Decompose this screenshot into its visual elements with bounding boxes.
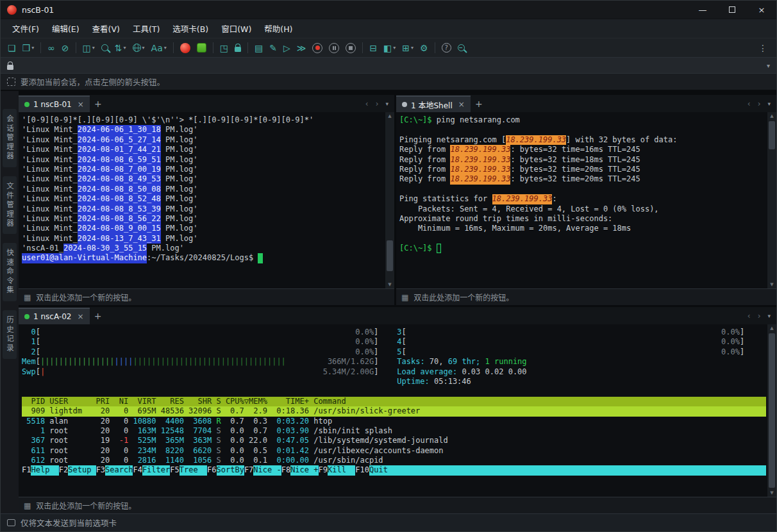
- reconnect-icon[interactable]: ∞: [44, 40, 58, 56]
- quick-button-bar[interactable]: ▦ 双击此处添加一个新的按钮。: [19, 497, 776, 513]
- toolbar-separator: [173, 42, 174, 53]
- new-tab-button[interactable]: +: [90, 308, 106, 324]
- tab-nav: ‹ › ▾: [748, 95, 776, 112]
- terminal-line: Minimum = 16ms, Maximum = 20ms, Average …: [399, 224, 766, 233]
- tab-list-icon[interactable]: ▾: [767, 101, 771, 107]
- highlight-pen-icon[interactable]: ✎: [266, 40, 280, 56]
- zoom-icon[interactable]: [455, 40, 468, 56]
- new-tab-button[interactable]: +: [90, 96, 106, 112]
- scrollbar-thumb[interactable]: [769, 121, 775, 149]
- terminal-nscA-02-htop[interactable]: 0[ 0.0%] 3[ 0.0%] 1[: [19, 324, 767, 497]
- tab-nav: ‹ › ▾: [365, 95, 394, 112]
- tab-scroll-right-icon[interactable]: ›: [758, 312, 761, 320]
- tab-close-icon[interactable]: ×: [77, 312, 83, 321]
- sidebar-tab[interactable]: 快速命令集: [3, 243, 17, 301]
- scrollbar-thumb[interactable]: [769, 333, 775, 488]
- menu-item[interactable]: 工具(T): [126, 19, 166, 38]
- toolbar-overflow-icon[interactable]: ⋮: [753, 43, 773, 53]
- split-pane-icon[interactable]: ◧▾: [380, 40, 399, 56]
- pause-icon[interactable]: [326, 40, 342, 56]
- sidebar-tab[interactable]: 会话管理器: [3, 109, 17, 167]
- pane-local-shell: 1 本地Shell × + ‹ › ▾ [C:\~]$ ping netsara…: [396, 95, 776, 305]
- quickbar-expand-icon[interactable]: ▾: [767, 62, 770, 69]
- tab-nscB-01[interactable]: 1 nscB-01 ×: [19, 96, 90, 112]
- scroll-up-icon[interactable]: ▲: [388, 113, 391, 119]
- session-connected-icon: [24, 314, 29, 319]
- right-scrollbar[interactable]: ▲ ▼: [767, 112, 776, 288]
- add-session-icon[interactable]: [7, 78, 15, 86]
- tab-scroll-right-icon[interactable]: ›: [376, 99, 379, 108]
- sidebar-tab[interactable]: 文件管理器: [3, 176, 17, 235]
- top-pane-row: 1 nscB-01 × + ‹ › ▾ '[0-9][0-9]*[.][0-9]…: [19, 95, 776, 305]
- bottom-scrollbar[interactable]: ▲ ▼: [767, 324, 776, 497]
- tab-nav: ‹ › ▾: [748, 307, 776, 324]
- xagent-icon[interactable]: [194, 40, 210, 56]
- menu-item[interactable]: 帮助(H): [258, 19, 299, 38]
- terminal-line: '[0-9][0-9]*[.][0-9][0-9] \'$'\n''> *[.]…: [22, 115, 384, 125]
- search-icon[interactable]: [98, 40, 112, 56]
- disconnect-icon[interactable]: ⊘: [58, 40, 72, 56]
- terminal-line: Packets: Sent = 4, Received = 4, Lost = …: [399, 204, 766, 214]
- duplicate-session-icon[interactable]: ◫▾: [79, 40, 98, 56]
- quick-button-bar[interactable]: ▦ 双击此处添加一个新的按钮。: [19, 288, 394, 305]
- terminal-line: Approximate round trip times in milli-se…: [399, 214, 766, 224]
- record-icon[interactable]: [309, 40, 326, 56]
- scroll-up-icon[interactable]: ▲: [770, 113, 773, 119]
- scroll-down-icon[interactable]: ▼: [388, 282, 391, 287]
- menu-item[interactable]: 编辑(E): [46, 19, 86, 38]
- tab-scroll-right-icon[interactable]: ›: [758, 99, 761, 108]
- terminal-line: 'Linux Mint_2024-08-08_8_49_53 PM.log': [22, 174, 384, 184]
- toolbar-separator: [362, 42, 363, 53]
- tab-close-icon[interactable]: ×: [458, 100, 465, 109]
- menu-item[interactable]: 窗口(W): [215, 19, 258, 38]
- terminal-local-shell[interactable]: [C:\~]$ ping netsarang.comPinging netsar…: [396, 112, 767, 288]
- menu-item[interactable]: 查看(V): [86, 19, 126, 38]
- tab-nscA-02[interactable]: 1 nscA-02 ×: [19, 308, 90, 324]
- send-text-icon[interactable]: ▷: [280, 40, 294, 56]
- close-button[interactable]: ×: [747, 1, 776, 19]
- globe-icon[interactable]: ▾: [130, 40, 148, 56]
- send-mode-icon[interactable]: [7, 519, 15, 526]
- terminal-line: 'Linux Mint_2024-08-08_8_52_48 PM.log': [22, 194, 384, 204]
- scrollbar-thumb[interactable]: [387, 240, 393, 271]
- scroll-down-icon[interactable]: ▼: [770, 490, 773, 495]
- tab-scroll-left-icon[interactable]: ‹: [748, 312, 751, 320]
- compose-bar-icon[interactable]: ▤: [251, 40, 266, 56]
- tab-local-shell[interactable]: 1 本地Shell ×: [396, 96, 471, 112]
- toolbar-separator: [435, 42, 435, 53]
- tab-scroll-left-icon[interactable]: ‹: [365, 99, 369, 108]
- scroll-up-icon[interactable]: ▲: [770, 326, 773, 331]
- toolbar-separator: [40, 42, 41, 53]
- terminal-nscB-01[interactable]: '[0-9][0-9]*[.][0-9][0-9] \'$'\n''> *[.]…: [19, 112, 385, 288]
- tab-list-icon[interactable]: ▾: [385, 101, 388, 107]
- tab-scroll-left-icon[interactable]: ‹: [748, 99, 751, 108]
- fullscreen-icon[interactable]: ◳: [217, 40, 231, 56]
- lock-screen-icon[interactable]: [231, 40, 244, 56]
- menu-item[interactable]: 选项卡(B): [166, 19, 215, 38]
- file-transfer-icon[interactable]: ⇅▾: [112, 40, 130, 56]
- tab-close-icon[interactable]: ×: [78, 100, 84, 109]
- xshell-window: nscB-01 — × 文件(F)编辑(E)查看(V)工具(T)选项卡(B)窗口…: [0, 0, 777, 532]
- maximize-button[interactable]: [717, 1, 747, 19]
- sidebar-tab[interactable]: 历史记录: [3, 310, 17, 359]
- terminal-line: Pinging netsarang.com [18.239.199.33] wi…: [399, 135, 766, 145]
- menu-item[interactable]: 文件(F): [6, 19, 46, 38]
- terminal-line: 'Linux Mint_2024-08-08_6_59_51 PM.log': [22, 155, 384, 165]
- stop-icon[interactable]: [342, 40, 359, 56]
- open-sessions-icon[interactable]: ❒▾: [19, 40, 38, 56]
- quick-button-bar[interactable]: ▦ 双击此处添加一个新的按钮。: [396, 288, 776, 305]
- tab-list-icon[interactable]: ▾: [767, 313, 771, 319]
- xshell-brand-icon[interactable]: [177, 40, 194, 56]
- left-scrollbar[interactable]: ▲ ▼: [385, 112, 394, 288]
- session-status-icon: [402, 102, 407, 107]
- tile-layout-icon[interactable]: ⊞▾: [399, 40, 417, 56]
- settings-gear-icon[interactable]: ⚙: [417, 40, 431, 56]
- send-all-icon[interactable]: ≫: [294, 40, 310, 56]
- new-session-icon[interactable]: ❏: [4, 40, 19, 56]
- help-icon[interactable]: [439, 40, 455, 56]
- scroll-down-icon[interactable]: ▼: [770, 282, 773, 287]
- font-size-icon[interactable]: Aa▾: [148, 40, 170, 56]
- compose-pane-icon[interactable]: ⊟: [366, 40, 380, 56]
- minimize-button[interactable]: —: [688, 1, 717, 19]
- new-tab-button[interactable]: +: [471, 96, 487, 112]
